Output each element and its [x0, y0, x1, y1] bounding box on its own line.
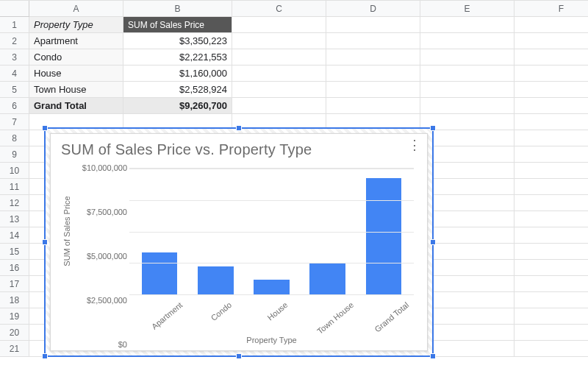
cell[interactable]: [514, 260, 588, 276]
row-header[interactable]: 2: [0, 33, 29, 49]
cell[interactable]: [326, 33, 420, 49]
row-header[interactable]: 3: [0, 49, 29, 66]
cell[interactable]: [514, 276, 588, 292]
cell[interactable]: [514, 98, 588, 114]
row-header[interactable]: 5: [0, 82, 29, 98]
row-header[interactable]: 20: [0, 325, 29, 341]
cell[interactable]: [420, 82, 514, 98]
row-header[interactable]: 6: [0, 98, 29, 114]
row-header[interactable]: 14: [0, 227, 29, 244]
chart-card[interactable]: ⋮ SUM of Sales Price vs. Property Type S…: [50, 133, 428, 351]
cell[interactable]: $2,528,924: [123, 82, 232, 98]
cell[interactable]: [514, 17, 588, 33]
cell[interactable]: [420, 308, 514, 325]
cell[interactable]: $9,260,700: [123, 98, 232, 114]
row-header[interactable]: 13: [0, 211, 29, 227]
cell[interactable]: House: [29, 66, 123, 82]
cell[interactable]: [514, 244, 588, 260]
row-header[interactable]: 9: [0, 146, 29, 163]
cell[interactable]: [420, 179, 514, 195]
cell[interactable]: [514, 195, 588, 211]
row-header[interactable]: 4: [0, 66, 29, 82]
resize-handle[interactable]: [236, 353, 242, 359]
cell[interactable]: [514, 33, 588, 49]
cell[interactable]: Property Type: [29, 17, 123, 33]
row-header[interactable]: 16: [0, 260, 29, 276]
cell[interactable]: [232, 49, 326, 66]
cell[interactable]: [514, 130, 588, 146]
cell[interactable]: [420, 146, 514, 163]
cell[interactable]: $2,221,553: [123, 49, 232, 66]
row-header[interactable]: 8: [0, 130, 29, 146]
cell[interactable]: Condo: [29, 49, 123, 66]
cell[interactable]: [514, 114, 588, 130]
cell[interactable]: [420, 325, 514, 341]
cell[interactable]: [232, 66, 326, 82]
resize-handle[interactable]: [430, 125, 436, 131]
cell[interactable]: [514, 179, 588, 195]
resize-handle[interactable]: [42, 239, 48, 245]
resize-handle[interactable]: [236, 125, 242, 131]
cell[interactable]: [514, 146, 588, 163]
chart-menu-icon[interactable]: ⋮: [408, 140, 421, 150]
cell[interactable]: [420, 292, 514, 308]
cell[interactable]: [326, 98, 420, 114]
row-header[interactable]: 15: [0, 244, 29, 260]
cell[interactable]: [232, 98, 326, 114]
cell[interactable]: [232, 82, 326, 98]
cell[interactable]: [514, 49, 588, 66]
resize-handle[interactable]: [430, 239, 436, 245]
cell[interactable]: [326, 82, 420, 98]
cell[interactable]: [514, 163, 588, 179]
cell[interactable]: SUM of Sales Price: [123, 17, 232, 33]
cell[interactable]: [420, 195, 514, 211]
cell[interactable]: [232, 17, 326, 33]
column-header[interactable]: B: [123, 1, 232, 17]
cell[interactable]: [420, 260, 514, 276]
cell[interactable]: [514, 292, 588, 308]
row-header[interactable]: 19: [0, 308, 29, 325]
resize-handle[interactable]: [42, 125, 48, 131]
chart-object[interactable]: ⋮ SUM of Sales Price vs. Property Type S…: [44, 127, 434, 357]
cell[interactable]: [326, 49, 420, 66]
column-header[interactable]: F: [514, 1, 588, 17]
cell[interactable]: [514, 325, 588, 341]
cell[interactable]: [420, 17, 514, 33]
cell[interactable]: [326, 17, 420, 33]
cell[interactable]: [420, 49, 514, 66]
cell[interactable]: [326, 66, 420, 82]
row-header[interactable]: 18: [0, 292, 29, 308]
row-header[interactable]: 1: [0, 17, 29, 33]
cell[interactable]: Grand Total: [29, 98, 123, 114]
cell[interactable]: [420, 276, 514, 292]
cell[interactable]: [420, 244, 514, 260]
cell[interactable]: [514, 82, 588, 98]
cell[interactable]: [420, 66, 514, 82]
cell[interactable]: [232, 33, 326, 49]
cell[interactable]: [420, 211, 514, 227]
cell[interactable]: $3,350,223: [123, 33, 232, 49]
cell[interactable]: [514, 66, 588, 82]
cell[interactable]: [514, 308, 588, 325]
cell[interactable]: Apartment: [29, 33, 123, 49]
cell[interactable]: Town House: [29, 82, 123, 98]
resize-handle[interactable]: [42, 353, 48, 359]
column-header[interactable]: D: [326, 1, 420, 17]
cell[interactable]: [420, 130, 514, 146]
row-header[interactable]: 21: [0, 341, 29, 357]
column-header[interactable]: C: [232, 1, 326, 17]
cell[interactable]: [514, 341, 588, 357]
cell[interactable]: [514, 211, 588, 227]
cell[interactable]: [420, 163, 514, 179]
row-header[interactable]: 12: [0, 195, 29, 211]
cell[interactable]: $1,160,000: [123, 66, 232, 82]
cell[interactable]: [514, 227, 588, 244]
row-header[interactable]: 17: [0, 276, 29, 292]
row-header[interactable]: 11: [0, 179, 29, 195]
cell[interactable]: [420, 33, 514, 49]
cell[interactable]: [420, 98, 514, 114]
resize-handle[interactable]: [430, 353, 436, 359]
column-header[interactable]: A: [29, 1, 123, 17]
column-header[interactable]: E: [420, 1, 514, 17]
row-header[interactable]: 7: [0, 114, 29, 130]
